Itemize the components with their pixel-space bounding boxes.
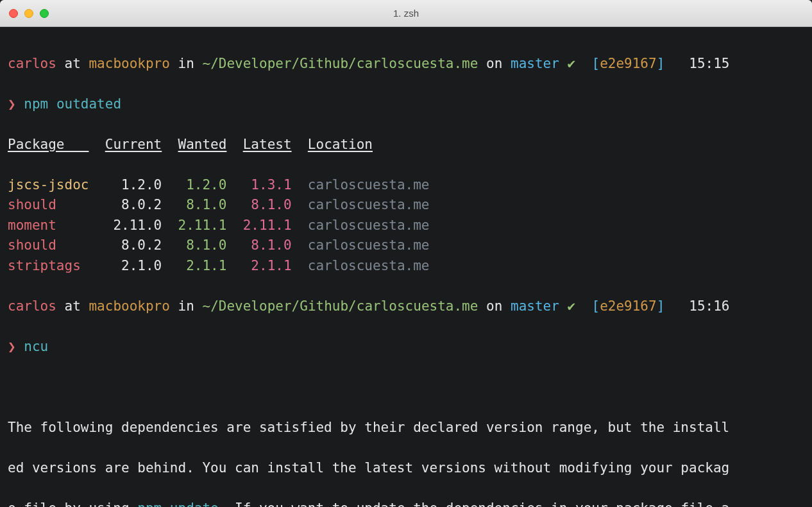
th-location: Location bbox=[308, 137, 373, 152]
command-ncu: ncu bbox=[24, 339, 48, 354]
command-npm-outdated: npm outdated bbox=[24, 96, 121, 112]
minimize-icon[interactable] bbox=[24, 9, 33, 18]
titlebar: 1. zsh bbox=[0, 0, 812, 27]
th-wanted: Wanted bbox=[178, 137, 227, 152]
pkg-name: should bbox=[8, 197, 89, 212]
prompt-path: ~/Developer/Github/carloscuesta.me bbox=[203, 56, 478, 71]
table-row: should 8.0.2 8.1.0 8.1.0 carloscuesta.me bbox=[8, 236, 804, 256]
pkg-location: carloscuesta.me bbox=[308, 177, 430, 193]
pkg-location: carloscuesta.me bbox=[308, 237, 430, 253]
prompt-branch: master bbox=[511, 56, 559, 71]
pkg-current: 1.2.0 bbox=[105, 177, 162, 193]
prompt-in: in bbox=[178, 56, 194, 71]
ncu-msg: ed versions are behind. You can install … bbox=[8, 458, 804, 479]
prompt-user: carlos bbox=[8, 56, 56, 71]
outdated-rows: jscs-jsdoc 1.2.0 1.2.0 1.3.1 carloscuest… bbox=[8, 175, 804, 277]
pkg-wanted: 1.2.0 bbox=[178, 177, 227, 193]
table-row: jscs-jsdoc 1.2.0 1.2.0 1.3.1 carloscuest… bbox=[8, 175, 804, 196]
th-package: Package bbox=[8, 137, 89, 152]
table-row: moment 2.11.0 2.11.1 2.11.1 carloscuesta… bbox=[8, 216, 804, 236]
blank-line bbox=[8, 377, 804, 398]
pkg-name: moment bbox=[8, 218, 89, 233]
prompt-commit: e2e9167 bbox=[600, 56, 657, 71]
pkg-latest: 8.1.0 bbox=[243, 197, 292, 212]
pkg-name: should bbox=[8, 237, 89, 253]
pkg-current: 2.1.0 bbox=[105, 258, 162, 273]
commit-open: [ bbox=[591, 56, 600, 71]
prompt-on: on bbox=[486, 56, 502, 71]
pkg-location: carloscuesta.me bbox=[308, 218, 430, 233]
pkg-location: carloscuesta.me bbox=[308, 197, 430, 212]
table-row: striptags 2.1.0 2.1.1 2.1.1 carloscuesta… bbox=[8, 256, 804, 277]
prompt-line-1: carlos at macbookpro in ~/Developer/Gith… bbox=[8, 54, 804, 74]
pkg-location: carloscuesta.me bbox=[308, 258, 430, 273]
pkg-latest: 2.1.1 bbox=[243, 258, 292, 273]
pkg-latest: 8.1.0 bbox=[243, 237, 292, 253]
close-icon[interactable] bbox=[9, 9, 18, 18]
window-title: 1. zsh bbox=[0, 8, 812, 19]
zoom-icon[interactable] bbox=[40, 9, 49, 18]
pkg-current: 2.11.0 bbox=[105, 218, 162, 233]
pkg-latest: 2.11.1 bbox=[243, 218, 292, 233]
pkg-current: 8.0.2 bbox=[105, 197, 162, 212]
prompt-host: macbookpro bbox=[89, 56, 169, 71]
th-latest: Latest bbox=[243, 137, 292, 152]
ncu-msg: The following dependencies are satisfied… bbox=[8, 418, 804, 438]
git-clean-icon: ✔ bbox=[568, 56, 576, 71]
prompt-time: 15:16 bbox=[689, 298, 729, 314]
prompt-time: 15:15 bbox=[689, 56, 729, 71]
th-current: Current bbox=[105, 137, 162, 152]
table-row: should 8.0.2 8.1.0 8.1.0 carloscuesta.me bbox=[8, 195, 804, 216]
npm-update-hint: npm update bbox=[137, 501, 218, 508]
prompt-line-2: carlos at macbookpro in ~/Developer/Gith… bbox=[8, 296, 804, 317]
pkg-wanted: 2.11.1 bbox=[178, 218, 227, 233]
ncu-msg: e file by using npm update. If you want … bbox=[8, 499, 804, 508]
terminal-content[interactable]: carlos at macbookpro in ~/Developer/Gith… bbox=[0, 27, 812, 507]
commit-close: ] bbox=[657, 56, 665, 71]
pkg-current: 8.0.2 bbox=[105, 237, 162, 253]
pkg-wanted: 8.1.0 bbox=[178, 237, 227, 253]
terminal-window: 1. zsh carlos at macbookpro in ~/Develop… bbox=[0, 0, 812, 507]
prompt-at: at bbox=[65, 56, 81, 71]
traffic-lights bbox=[0, 9, 49, 18]
pkg-latest: 1.3.1 bbox=[243, 177, 292, 193]
git-clean-icon: ✔ bbox=[568, 298, 576, 314]
command-line-1: ❯ npm outdated bbox=[8, 94, 804, 115]
command-line-2: ❯ ncu bbox=[8, 337, 804, 357]
pkg-wanted: 8.1.0 bbox=[178, 197, 227, 212]
prompt-arrow: ❯ bbox=[8, 96, 16, 112]
pkg-name: jscs-jsdoc bbox=[8, 177, 89, 193]
pkg-wanted: 2.1.1 bbox=[178, 258, 227, 273]
pkg-name: striptags bbox=[8, 258, 89, 273]
outdated-header: Package Current Wanted Latest Location bbox=[8, 135, 804, 155]
